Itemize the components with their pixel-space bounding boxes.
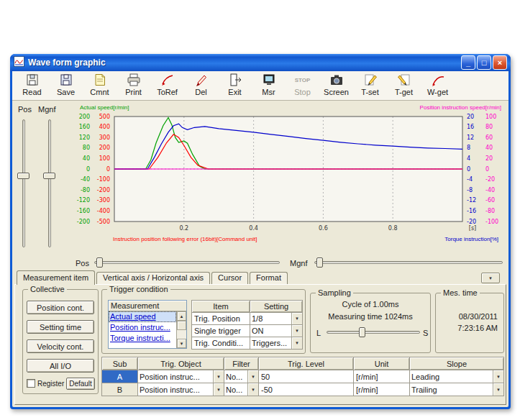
- screen-button[interactable]: Screen: [319, 73, 353, 100]
- t-get-button[interactable]: T-get: [387, 73, 421, 100]
- list-item-position-instruction[interactable]: Position instruc...: [109, 322, 176, 333]
- delete-button[interactable]: Del: [184, 73, 218, 100]
- w-get-button[interactable]: W-get: [421, 73, 455, 100]
- list-item-actual-speed[interactable]: Actual speed: [109, 311, 176, 322]
- sampling-slider-track[interactable]: [327, 331, 420, 334]
- register-checkbox[interactable]: [27, 379, 35, 388]
- chevron-down-icon[interactable]: ▼: [291, 337, 302, 349]
- stop-icon: STOP: [295, 73, 311, 87]
- row-b-trig-level-field[interactable]: -50: [259, 383, 353, 396]
- pos-horizontal-slider-thumb[interactable]: [96, 257, 103, 268]
- svg-text:8: 8: [467, 145, 470, 151]
- pos-horizontal-slider-label: Pos: [76, 259, 89, 268]
- scroll-up-icon[interactable]: ▲: [177, 311, 186, 321]
- minimize-button[interactable]: _: [461, 55, 475, 70]
- row-a-unit-cell: [r/min]: [354, 370, 409, 383]
- mgnf-horizontal-slider-thumb[interactable]: [316, 257, 323, 268]
- row-a-filter-combo[interactable]: No... ▼: [224, 370, 258, 383]
- col-header-trig-object: Trig. Object: [138, 357, 224, 370]
- svg-text:0: 0: [86, 166, 90, 173]
- row-a-trig-object-combo[interactable]: Position instruc... ▼: [138, 370, 224, 383]
- chevron-down-icon[interactable]: ▼: [247, 370, 258, 383]
- t-set-button[interactable]: T-set: [353, 73, 387, 100]
- settings-col-item: Item: [192, 301, 250, 312]
- tab-vertical-horizontal-axis[interactable]: Vertical axis / Horizontal axis: [96, 272, 210, 284]
- row-b-slope-combo[interactable]: Trailing ▼: [410, 383, 503, 396]
- col-header-slope: Slope: [410, 357, 503, 370]
- velocity-cont-button[interactable]: Velocity cont.: [27, 339, 94, 353]
- mgnf-vertical-slider[interactable]: [42, 119, 57, 247]
- stop-label: Stop: [294, 87, 311, 97]
- chart-plot: 0.20.40.60.8[s]20016012080400-40-80-120-…: [70, 114, 507, 234]
- pos-vertical-slider[interactable]: [17, 119, 31, 247]
- pos-horizontal-slider-track[interactable]: [94, 261, 280, 264]
- measure-button[interactable]: Msr: [252, 73, 286, 100]
- list-scrollbar[interactable]: ▲ ▼: [176, 311, 186, 348]
- position-cont-button[interactable]: Position cont.: [27, 301, 94, 314]
- tab-overflow-dropdown[interactable]: ▼: [481, 273, 500, 283]
- delete-label: Del: [195, 87, 207, 97]
- row-b-sub-cell[interactable]: B: [102, 383, 137, 396]
- single-trigger-combo[interactable]: ON ▼: [250, 325, 302, 337]
- w-get-label: W-get: [427, 87, 448, 97]
- trig-condition-combo[interactable]: Triggers... ▼: [250, 337, 302, 349]
- all-io-button[interactable]: All I/O: [27, 359, 94, 373]
- stop-button[interactable]: STOP Stop: [286, 73, 319, 100]
- mgnf-horizontal-slider-track[interactable]: [314, 261, 503, 264]
- comment-button[interactable]: Cmnt: [83, 73, 117, 100]
- scroll-down-icon[interactable]: ▼: [177, 339, 186, 348]
- to-ref-button[interactable]: ToRef: [150, 73, 184, 100]
- close-button[interactable]: ×: [493, 55, 507, 70]
- setting-row-single-trigger: Single trigger: [192, 325, 250, 337]
- scroll-track[interactable]: [177, 330, 186, 339]
- svg-text:100: 100: [99, 155, 110, 162]
- trig-position-combo[interactable]: 1/8 ▼: [250, 313, 302, 324]
- sampling-slider-thumb[interactable]: [359, 327, 365, 337]
- tab-format[interactable]: Format: [250, 272, 288, 284]
- svg-text:300: 300: [99, 134, 110, 141]
- mgnf-horizontal-slider[interactable]: [314, 257, 503, 268]
- maximize-button[interactable]: □: [477, 55, 491, 70]
- svg-text:0: 0: [485, 166, 489, 173]
- mgnf-vertical-slider-track[interactable]: [48, 119, 51, 247]
- col-header-unit: Unit: [354, 357, 409, 370]
- chevron-down-icon[interactable]: ▼: [213, 383, 224, 396]
- pos-vertical-slider-thumb[interactable]: [17, 173, 29, 179]
- chevron-down-icon[interactable]: ▼: [291, 325, 302, 337]
- chevron-down-icon[interactable]: ▼: [247, 383, 258, 396]
- chevron-down-icon[interactable]: ▼: [213, 370, 224, 383]
- row-b-filter-combo[interactable]: No... ▼: [224, 383, 258, 396]
- collective-group: Collective Position cont. Setting time V…: [22, 289, 99, 394]
- row-b-trig-object-combo[interactable]: Position instruc... ▼: [138, 383, 224, 396]
- svg-text:-20: -20: [485, 176, 495, 183]
- read-button[interactable]: Read: [15, 73, 49, 100]
- mgnf-vertical-slider-thumb[interactable]: [43, 173, 55, 179]
- chevron-down-icon[interactable]: ▼: [493, 383, 503, 396]
- row-a-trig-level-field[interactable]: 50: [259, 370, 353, 383]
- measurement-list-header[interactable]: Measurement: [109, 301, 186, 311]
- save-button[interactable]: Save: [49, 73, 83, 100]
- row-a-sub-cell[interactable]: A: [102, 370, 137, 383]
- tab-measurement-item[interactable]: Measurement item: [17, 270, 95, 285]
- svg-text:[s]: [s]: [469, 225, 476, 232]
- title-bar[interactable]: Wave form graphic _ □ ×: [10, 54, 511, 71]
- print-button[interactable]: Print: [117, 73, 150, 100]
- scroll-thumb[interactable]: [177, 321, 186, 330]
- svg-text:-120: -120: [77, 197, 90, 204]
- chevron-down-icon[interactable]: ▼: [291, 313, 302, 324]
- tab-cursor[interactable]: Cursor: [211, 272, 248, 284]
- pos-vertical-slider-track[interactable]: [22, 119, 25, 247]
- exit-button[interactable]: Exit: [218, 73, 252, 100]
- row-b-slope-value: Trailing: [410, 385, 493, 394]
- comment-note-icon: [92, 73, 108, 87]
- axis-label-actual-speed: Actual speed[r/min]: [80, 104, 129, 111]
- collective-legend: Collective: [28, 285, 67, 293]
- list-item-torque-instruction[interactable]: Torque instructi...: [109, 333, 176, 344]
- axis-label-following-error: Instruction position following error (16…: [113, 236, 257, 242]
- sampling-slider[interactable]: [327, 327, 420, 338]
- setting-time-button[interactable]: Setting time: [27, 320, 94, 334]
- row-a-slope-combo[interactable]: Leading ▼: [410, 370, 503, 383]
- chevron-down-icon[interactable]: ▼: [493, 370, 503, 383]
- pos-horizontal-slider[interactable]: [94, 257, 280, 268]
- default-button[interactable]: Default: [66, 378, 95, 390]
